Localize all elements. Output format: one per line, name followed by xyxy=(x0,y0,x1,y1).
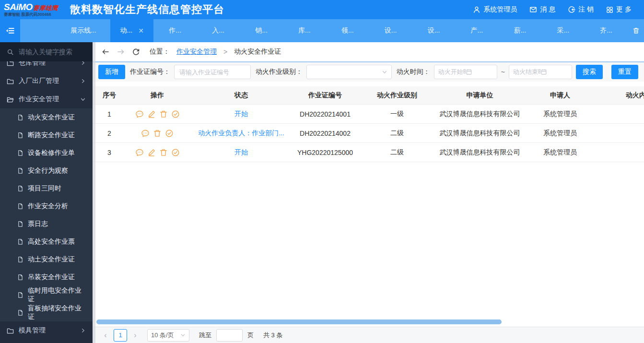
page-size-select[interactable]: 10 条/页 xyxy=(147,329,189,342)
folder-open-icon xyxy=(7,96,14,103)
pagination-bar: ‹ 1 › 10 条/页 跳至 页 共 3 条 xyxy=(93,327,644,343)
page-unit-label: 页 xyxy=(247,331,254,340)
refresh-button[interactable] xyxy=(132,48,140,56)
cert-no-input[interactable] xyxy=(174,65,251,79)
tab-10[interactable]: 薪... xyxy=(498,19,541,42)
search-button[interactable]: 搜索 xyxy=(576,65,603,79)
search-icon xyxy=(7,48,14,56)
edit-icon[interactable] xyxy=(147,148,156,157)
page-number-button[interactable]: 1 xyxy=(114,329,127,342)
comment-icon[interactable] xyxy=(135,110,144,118)
logo-text-cn: 赛摩雄鹰 xyxy=(33,5,58,11)
user-menu[interactable]: 系统管理员 xyxy=(473,5,517,14)
sidebar-item-lifting-permit[interactable]: 吊装安全作业证 xyxy=(0,268,93,286)
sidebar-item-entry-exit[interactable]: 入厂出厂管理 xyxy=(0,72,93,90)
sidebar-search[interactable] xyxy=(0,42,93,61)
breadcrumb-separator: > xyxy=(223,48,227,56)
tab-6[interactable]: 领... xyxy=(326,19,369,42)
breadcrumb-current: 动火安全作业证 xyxy=(234,47,281,56)
message-icon xyxy=(529,6,537,13)
sidebar-item-circuit-break-permit[interactable]: 断路安全作业证 xyxy=(0,126,93,144)
trash-icon xyxy=(632,27,640,35)
sidebar-item-blind-plate-permit[interactable]: 盲板抽堵安全作业证 xyxy=(0,304,93,321)
file-icon xyxy=(17,132,23,139)
sidebar-item-height-work-ticket[interactable]: 高处安全作业票 xyxy=(0,233,93,250)
next-page-button[interactable]: › xyxy=(132,331,139,340)
sidebar-item-hot-work-permit[interactable]: 动火安全作业证 xyxy=(0,108,93,126)
col-applicant: 申请人 xyxy=(522,91,598,100)
sidebar-item-project-three-sync[interactable]: 项目三同时 xyxy=(0,179,93,197)
status-link[interactable]: 开始 xyxy=(234,110,248,118)
permits-table: 序号 操作 状态 作业证编号 动火作业级别 申请单位 申请人 动火内容 1 开始… xyxy=(93,86,644,162)
logo-text-en: SAiMO xyxy=(4,2,33,12)
logout-icon xyxy=(568,6,575,13)
tab-3[interactable]: 入... xyxy=(197,19,240,42)
sidebar-item-equipment-maintenance[interactable]: 设备检修作业单 xyxy=(0,144,93,162)
tab-close-icon[interactable]: ✕ xyxy=(138,27,144,35)
tab-12[interactable]: 齐... xyxy=(585,19,628,42)
add-button[interactable]: 新增 xyxy=(98,65,125,79)
file-icon xyxy=(17,150,23,156)
tab-2[interactable]: 作... xyxy=(153,19,197,42)
more-button[interactable]: 更 多 xyxy=(606,5,632,14)
breadcrumb-parent-link[interactable]: 作业安全管理 xyxy=(176,47,217,56)
sidebar-item-work-safety[interactable]: 作业安全管理 xyxy=(0,90,93,108)
back-button[interactable] xyxy=(101,48,110,56)
reset-button[interactable]: 重置 xyxy=(611,65,638,79)
sidebar-collapse-button[interactable] xyxy=(0,19,20,42)
tab-11[interactable]: 采... xyxy=(541,19,585,42)
col-content: 动火内容 xyxy=(598,91,644,100)
vertical-scrollbar[interactable] xyxy=(93,42,95,343)
sidebar-item-temp-power-permit[interactable]: 临时用电安全作业证 xyxy=(0,286,93,304)
fire-level-select[interactable] xyxy=(306,65,392,79)
user-icon xyxy=(473,6,480,13)
messages-button[interactable]: 消 息 xyxy=(529,5,555,14)
tab-1-active[interactable]: 动... ✕ xyxy=(110,19,153,42)
sidebar-item-safety-behavior[interactable]: 安全行为观察 xyxy=(0,162,93,179)
forward-button[interactable] xyxy=(117,48,125,56)
fire-end-date-picker[interactable]: 动火结束时间 xyxy=(509,65,572,79)
prev-page-button[interactable]: ‹ xyxy=(102,331,109,340)
delete-icon[interactable] xyxy=(159,110,168,118)
status-link[interactable]: 动火作业负责人：作业部门... xyxy=(198,129,284,138)
fire-time-label: 动火时间： xyxy=(397,68,430,76)
status-link[interactable]: 开始 xyxy=(234,148,248,157)
approve-icon[interactable] xyxy=(165,129,174,138)
sidebar-item-earthwork-permit[interactable]: 动土安全作业证 xyxy=(0,250,93,268)
horizontal-scrollbar[interactable] xyxy=(96,319,502,324)
tab-8[interactable]: 设... xyxy=(412,19,456,42)
comment-icon[interactable] xyxy=(135,148,144,157)
folder-icon xyxy=(7,327,14,334)
tab-4[interactable]: 销... xyxy=(240,19,283,42)
close-all-tabs-button[interactable] xyxy=(628,19,644,42)
logout-button[interactable]: 注 销 xyxy=(568,5,594,14)
delete-icon[interactable] xyxy=(159,148,168,157)
approve-icon[interactable] xyxy=(171,110,180,118)
delete-icon[interactable] xyxy=(153,129,162,138)
edit-icon[interactable] xyxy=(147,110,156,118)
tab-5[interactable]: 库... xyxy=(283,19,326,42)
file-icon xyxy=(17,256,23,263)
total-count-label: 共 3 条 xyxy=(263,331,282,340)
col-cert-no: 作业证编号 xyxy=(294,91,356,100)
sidebar-item-ticket-log[interactable]: 票日志 xyxy=(0,215,93,233)
tab-7[interactable]: 设... xyxy=(369,19,412,42)
tab-9[interactable]: 产... xyxy=(455,19,498,42)
approve-icon[interactable] xyxy=(171,148,180,157)
sidebar-search-input[interactable] xyxy=(19,48,86,56)
sidebar-item-job-safety-analysis[interactable]: 作业安全分析 xyxy=(0,197,93,215)
chevron-down-icon xyxy=(80,96,86,102)
jump-to-input[interactable] xyxy=(216,329,243,342)
file-icon xyxy=(17,221,23,227)
comment-icon[interactable] xyxy=(141,129,150,138)
sidebar-item-mold-management[interactable]: 模具管理 xyxy=(0,321,93,340)
breadcrumb-location-label: 位置： xyxy=(150,47,170,56)
menu-fold-icon xyxy=(5,26,15,35)
file-icon xyxy=(17,114,23,121)
tab-0[interactable]: 展示线... xyxy=(57,19,110,42)
file-icon xyxy=(17,274,23,281)
date-range-separator: ~ xyxy=(501,68,505,76)
tabbar: 展示线... 动... ✕ 作... 入... 销... 库... 领... 设… xyxy=(0,19,644,42)
sidebar: 仓库管理 入厂出厂管理 作业安全管理 动火安全作业证 断路安全作业证 设备检修作… xyxy=(0,42,93,343)
fire-start-date-picker[interactable]: 动火开始时间 xyxy=(434,65,497,79)
